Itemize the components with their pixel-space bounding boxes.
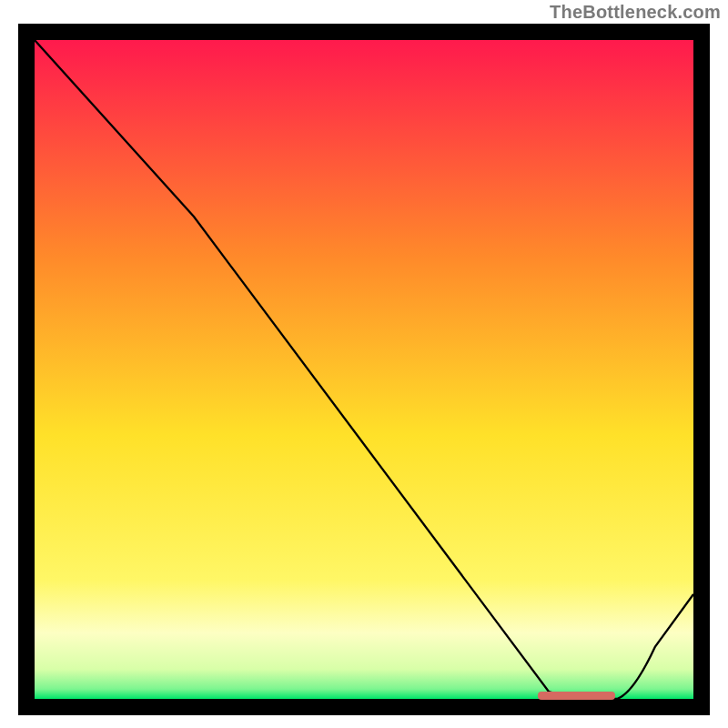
watermark-text: TheBottleneck.com [550, 2, 721, 23]
bottleneck-curve [35, 40, 693, 699]
curve-path [35, 40, 693, 699]
optimal-range-marker [538, 692, 615, 700]
plot-frame [18, 24, 710, 715]
plot-area [35, 40, 693, 699]
